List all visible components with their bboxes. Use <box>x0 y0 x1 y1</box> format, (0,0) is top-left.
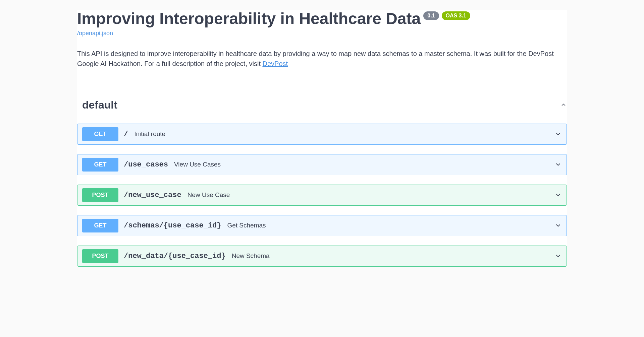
oas-badge: OAS 3.1 <box>442 11 470 20</box>
operations-list: GET / Initial route GET /use_cases View … <box>77 124 567 267</box>
operation-path: /schemas/{use_case_id} <box>124 221 221 230</box>
method-badge: GET <box>82 158 118 172</box>
chevron-down-icon <box>554 191 562 199</box>
operation-row[interactable]: GET /use_cases View Use Cases <box>77 154 567 175</box>
openapi-spec-link[interactable]: /openapi.json <box>77 30 567 37</box>
operation-row[interactable]: GET / Initial route <box>77 124 567 145</box>
chevron-down-icon <box>554 161 562 168</box>
version-badge: 0.1 <box>423 11 439 20</box>
operation-path: /new_data/{use_case_id} <box>124 252 226 260</box>
operation-path: /use_cases <box>124 160 168 169</box>
api-title: Improving Interoperability in Healthcare… <box>77 10 421 28</box>
chevron-down-icon <box>554 222 562 229</box>
operation-summary: Initial route <box>134 130 554 138</box>
operation-path: /new_use_case <box>124 191 181 199</box>
operation-row[interactable]: POST /new_use_case New Use Case <box>77 185 567 206</box>
method-badge: POST <box>82 249 118 263</box>
operation-summary: View Use Cases <box>174 161 554 168</box>
operation-row[interactable]: POST /new_data/{use_case_id} New Schema <box>77 246 567 267</box>
chevron-up-icon <box>560 102 567 108</box>
api-description: This API is designed to improve interope… <box>77 49 567 69</box>
operation-summary: New Schema <box>232 252 554 260</box>
method-badge: GET <box>82 219 118 232</box>
tag-header-default[interactable]: default <box>77 99 567 114</box>
operation-summary: Get Schemas <box>227 222 554 229</box>
method-badge: GET <box>82 127 118 141</box>
operation-summary: New Use Case <box>187 191 554 199</box>
method-badge: POST <box>82 188 118 202</box>
chevron-down-icon <box>554 252 562 260</box>
tag-name: default <box>77 99 117 111</box>
operation-path: / <box>124 130 128 138</box>
chevron-down-icon <box>554 130 562 138</box>
operation-row[interactable]: GET /schemas/{use_case_id} Get Schemas <box>77 215 567 236</box>
devpost-link[interactable]: DevPost <box>263 60 288 67</box>
